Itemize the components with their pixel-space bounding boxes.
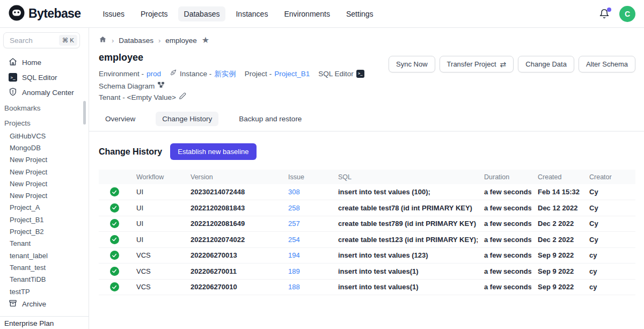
sidebar-project-tenant-label[interactable]: tenant_label	[0, 250, 89, 261]
schema-diagram-shortcut[interactable]: Schema Diagram	[99, 81, 165, 92]
nav-item-projects[interactable]: Projects	[135, 6, 174, 21]
alter-schema-button[interactable]: Alter Schema	[579, 56, 635, 72]
sidebar-project-project-a[interactable]: Project_A	[0, 202, 89, 214]
issue-link[interactable]: 189	[288, 267, 300, 275]
issue-link[interactable]: 257	[288, 220, 300, 228]
issue-link[interactable]: 254	[288, 236, 300, 244]
notification-bell-icon[interactable]	[599, 9, 610, 19]
tab-overview[interactable]: Overview	[99, 112, 142, 126]
sidebar-project-testtp[interactable]: testTP	[0, 286, 89, 297]
success-check-icon	[110, 235, 119, 244]
duration-cell: a few seconds	[478, 184, 531, 200]
sidebar-project-new-project-2[interactable]: New Project	[0, 166, 89, 178]
success-check-icon	[110, 267, 119, 276]
instance-link[interactable]: 新实例	[214, 68, 236, 79]
nav-item-issues[interactable]: Issues	[97, 6, 130, 21]
table-row[interactable]: UI 20230214072448 308 insert into test v…	[99, 184, 635, 200]
sidebar-section-projects[interactable]: Projects	[0, 116, 89, 130]
duration-cell: a few seconds	[478, 216, 531, 232]
environment-link[interactable]: prod	[147, 68, 161, 79]
breadcrumb-databases[interactable]: Databases	[119, 36, 153, 45]
sql-cell: insert into test values (100);	[332, 184, 478, 200]
sidebar-item-home[interactable]: Home	[0, 55, 89, 70]
tab-backup-and-restore[interactable]: Backup and restore	[232, 112, 308, 126]
nav-item-instances[interactable]: Instances	[230, 6, 274, 21]
notification-badge	[607, 8, 611, 12]
sidebar-item-label: SQL Editor	[22, 74, 57, 82]
issue-link[interactable]: 194	[288, 251, 300, 259]
sync-now-button[interactable]: Sync Now	[389, 56, 435, 72]
sidebar-item-sql-editor[interactable]: >_ SQL Editor	[0, 70, 89, 85]
table-row[interactable]: UI 20221202081843 258 create table test7…	[99, 200, 635, 216]
sidebar-item-anomaly-center[interactable]: Anomaly Center	[0, 85, 89, 100]
success-check-icon	[110, 219, 119, 228]
sidebar-project-new-project-1[interactable]: New Project	[0, 154, 89, 166]
sql-editor-shortcut[interactable]: SQL Editor >_	[318, 68, 364, 79]
edit-pencil-icon[interactable]	[179, 92, 186, 103]
version-cell: 20221202081649	[184, 216, 282, 232]
column-header-version: Version	[184, 170, 282, 184]
table-row[interactable]: VCS 202206270011 189 insert into test va…	[99, 264, 635, 280]
sidebar-item-label: Home	[22, 59, 41, 67]
establish-baseline-button[interactable]: Establish new baseline	[170, 143, 256, 160]
creator-cell: cy	[583, 279, 635, 295]
table-row[interactable]: VCS 202206270013 194 insert into test va…	[99, 247, 635, 264]
table-row[interactable]: UI 20221202081649 257 create table test7…	[99, 216, 635, 232]
search-input[interactable]	[9, 36, 50, 45]
sidebar-item-label: Archive	[22, 300, 46, 308]
instance-label: Instance -	[180, 68, 211, 79]
sidebar-project-project-b1[interactable]: Project_B1	[0, 214, 89, 225]
version-cell: 202206270011	[184, 264, 282, 280]
sidebar-scrollbar[interactable]	[83, 101, 86, 125]
database-tabs: Overview Change History Backup and resto…	[89, 112, 644, 131]
search-box[interactable]: ⌘ K	[3, 32, 80, 48]
duration-cell: a few seconds	[478, 232, 531, 248]
sidebar-project-tenant-test[interactable]: Tenant_test	[0, 261, 89, 273]
schema-diagram-label: Schema Diagram	[99, 81, 155, 92]
sidebar-section-bookmarks[interactable]: Bookmarks	[0, 101, 89, 115]
issue-link[interactable]: 188	[288, 283, 300, 291]
version-cell: 20230214072448	[184, 184, 282, 200]
sql-editor-label: SQL Editor	[318, 68, 354, 79]
created-cell: Sep 9 2022	[531, 279, 583, 295]
creator-cell: Cy	[583, 216, 635, 232]
plan-badge: Enterprise Plan	[0, 316, 89, 329]
sidebar-project-new-project-3[interactable]: New Project	[0, 178, 89, 189]
project-link[interactable]: Project_B1	[274, 68, 310, 79]
sidebar-item-archive[interactable]: Archive	[0, 296, 89, 311]
sql-cell: insert into test values(1)	[332, 279, 478, 295]
tab-change-history[interactable]: Change History	[156, 112, 218, 126]
home-icon	[9, 57, 17, 68]
change-data-button[interactable]: Change Data	[518, 56, 574, 72]
table-row[interactable]: VCS 202206270010 188 insert into test va…	[99, 279, 635, 295]
nav-item-environments[interactable]: Environments	[278, 6, 336, 21]
issue-link[interactable]: 308	[288, 188, 300, 196]
issue-link[interactable]: 258	[288, 204, 300, 212]
nav-item-databases[interactable]: Databases	[178, 6, 226, 21]
sidebar-project-tenant[interactable]: Tenant	[0, 238, 89, 250]
creator-cell: cy	[583, 264, 635, 280]
workflow-cell: VCS	[130, 247, 184, 264]
nav-item-settings[interactable]: Settings	[340, 6, 379, 21]
sidebar-project-new-project-4[interactable]: New Project	[0, 189, 89, 201]
table-header-row: Workflow Version Issue SQL Duration Crea…	[99, 170, 635, 184]
transfer-project-button[interactable]: Transfer Project ⇄	[440, 56, 514, 72]
success-check-icon	[110, 187, 119, 196]
duration-cell: a few seconds	[478, 279, 531, 295]
brand[interactable]: Bytebase	[9, 5, 80, 23]
breadcrumb-home-icon[interactable]	[99, 35, 107, 45]
project-label: Project -	[245, 68, 272, 79]
transfer-arrows-icon: ⇄	[500, 60, 507, 69]
created-cell: Sep 9 2022	[531, 264, 583, 280]
table-row[interactable]: UI 20221202074022 254 create table test1…	[99, 232, 635, 248]
created-cell: Feb 14 15:32	[531, 184, 583, 200]
breadcrumb-employee[interactable]: employee	[165, 36, 197, 45]
sidebar-project-mongodb[interactable]: MongoDB	[0, 142, 89, 153]
favorite-star-icon[interactable]: ★	[202, 36, 209, 45]
sidebar-project-tenanttidb[interactable]: TenantTiDB	[0, 274, 89, 286]
sidebar-project-project-b2[interactable]: Project_B2	[0, 225, 89, 237]
breadcrumb: › Databases › employee ★	[99, 35, 635, 45]
user-avatar[interactable]: C	[619, 6, 635, 22]
terminal-icon: >_	[9, 73, 17, 82]
sidebar-project-githubvcs[interactable]: GitHubVCS	[0, 130, 89, 142]
